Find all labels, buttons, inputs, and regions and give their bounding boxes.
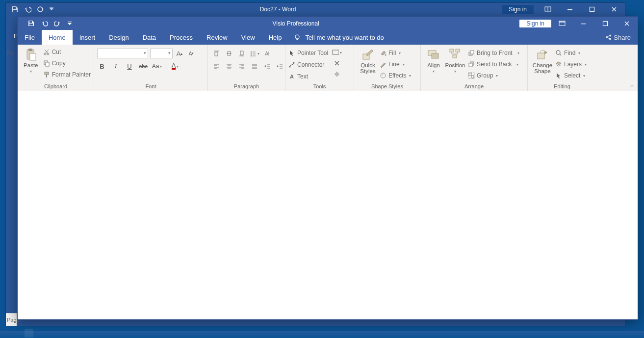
- layers-button[interactable]: Layers: [555, 59, 587, 70]
- align-button[interactable]: Align▾: [424, 47, 443, 74]
- text-a-icon: A: [288, 73, 295, 80]
- group-icon: [468, 72, 475, 79]
- tab-data[interactable]: Data: [136, 30, 163, 45]
- svg-rect-49: [469, 63, 472, 67]
- delete-x-button[interactable]: [332, 58, 342, 68]
- copy-label: Copy: [52, 60, 66, 67]
- save-icon[interactable]: [11, 5, 19, 13]
- text-tool-button[interactable]: AText: [288, 71, 328, 82]
- clipboard-icon: [24, 48, 38, 61]
- drawing-canvas[interactable]: [18, 91, 638, 319]
- customize-qat-icon[interactable]: [67, 20, 72, 27]
- bullets-button[interactable]: [249, 49, 260, 58]
- ribbon: Paste ▾ Cut Copy Format Painter Clipboar…: [18, 45, 638, 91]
- collapse-ribbon-icon[interactable]: ︿: [630, 82, 635, 89]
- align-right-button[interactable]: [236, 61, 247, 71]
- tell-me-search[interactable]: Tell me what you want to do: [293, 33, 384, 41]
- tab-process[interactable]: Process: [163, 30, 200, 45]
- find-button[interactable]: Find: [555, 48, 587, 58]
- svg-rect-45: [453, 55, 457, 58]
- quick-styles-button[interactable]: Quick Styles: [357, 47, 379, 74]
- position-button[interactable]: Position▾: [443, 47, 467, 74]
- justify-button[interactable]: [249, 61, 260, 71]
- tab-design[interactable]: Design: [102, 30, 135, 45]
- line-label: Line: [388, 61, 400, 68]
- share-button[interactable]: Share: [605, 34, 638, 41]
- send-to-back-button[interactable]: Send to Back▾: [468, 59, 519, 70]
- tab-insert[interactable]: Insert: [73, 30, 103, 45]
- taskbar-app-icon[interactable]: [25, 329, 33, 338]
- strikethrough-button[interactable]: abc: [138, 61, 148, 71]
- tell-me-label: Tell me what you want to do: [305, 34, 384, 41]
- svg-rect-0: [13, 7, 16, 9]
- decrease-font-size-button[interactable]: A▾: [186, 49, 196, 58]
- rectangle-tool-button[interactable]: [332, 48, 342, 57]
- change-shape-label: Change Shape: [533, 62, 552, 74]
- align-top-button[interactable]: [211, 49, 222, 58]
- svg-rect-55: [25, 329, 33, 338]
- align-bottom-button[interactable]: [236, 49, 247, 58]
- group-objects-button[interactable]: Group: [468, 70, 519, 81]
- svg-point-39: [381, 73, 386, 78]
- word-sign-in-button[interactable]: Sign in: [502, 5, 534, 14]
- italic-button[interactable]: I: [111, 61, 121, 71]
- pointer-tool-label: Pointer Tool: [297, 50, 328, 56]
- change-shape-button[interactable]: Change Shape: [531, 47, 554, 74]
- ribbon-display-options-icon[interactable]: [551, 17, 573, 30]
- position-icon: [448, 48, 462, 61]
- tab-home[interactable]: Home: [42, 30, 73, 45]
- paste-button[interactable]: Paste ▾: [21, 47, 41, 74]
- underline-button[interactable]: U: [125, 61, 134, 71]
- format-painter-button[interactable]: Format Painter: [43, 69, 91, 80]
- save-icon[interactable]: [27, 20, 35, 27]
- bring-to-front-button[interactable]: Bring to Front▾: [468, 48, 519, 58]
- font-size-combo[interactable]: ▾: [150, 49, 173, 58]
- minimize-icon[interactable]: [559, 3, 581, 15]
- increase-indent-button[interactable]: [275, 61, 285, 71]
- send-back-icon: [468, 61, 475, 68]
- tab-help[interactable]: Help: [262, 30, 289, 45]
- tab-review[interactable]: Review: [200, 30, 234, 45]
- customize-qat-icon[interactable]: [49, 5, 54, 13]
- close-icon[interactable]: [616, 17, 638, 30]
- group-paragraph: A Paragraph: [208, 45, 285, 91]
- close-icon[interactable]: [603, 3, 625, 15]
- repeat-icon[interactable]: [36, 5, 44, 13]
- font-color-button[interactable]: A: [170, 61, 180, 71]
- effects-button[interactable]: Effects: [380, 70, 411, 81]
- pointer-tool-button[interactable]: Pointer Tool: [288, 48, 328, 58]
- svg-rect-36: [336, 73, 338, 75]
- cut-button[interactable]: Cut: [43, 47, 91, 57]
- group-clipboard-label: Clipboard: [21, 83, 91, 91]
- line-button[interactable]: Line: [380, 59, 411, 70]
- svg-rect-44: [456, 49, 460, 52]
- copy-button[interactable]: Copy: [43, 58, 91, 69]
- maximize-icon[interactable]: [581, 3, 603, 15]
- svg-rect-20: [28, 49, 32, 51]
- increase-font-size-button[interactable]: A▴: [175, 49, 184, 58]
- ribbon-display-options-icon[interactable]: [537, 3, 559, 15]
- align-middle-button[interactable]: [224, 49, 234, 58]
- fill-button[interactable]: Fill: [380, 48, 411, 58]
- undo-icon[interactable]: [24, 5, 31, 13]
- tab-view[interactable]: View: [234, 30, 262, 45]
- text-direction-button[interactable]: A: [262, 49, 273, 58]
- connection-point-button[interactable]: [332, 69, 342, 79]
- fill-label: Fill: [388, 50, 396, 56]
- decrease-indent-button[interactable]: [262, 61, 273, 71]
- bold-button[interactable]: B: [97, 61, 107, 71]
- tab-file[interactable]: File: [18, 30, 42, 45]
- font-name-combo[interactable]: ▾: [97, 49, 148, 58]
- minimize-icon[interactable]: [573, 17, 594, 30]
- svg-rect-7: [29, 21, 32, 23]
- redo-icon[interactable]: [54, 20, 61, 27]
- maximize-icon[interactable]: [594, 17, 616, 30]
- visio-sign-in-button[interactable]: Sign in: [519, 20, 551, 27]
- undo-icon[interactable]: [41, 20, 48, 27]
- svg-rect-50: [469, 73, 471, 76]
- change-case-button[interactable]: Aa: [152, 61, 162, 71]
- align-left-button[interactable]: [211, 61, 222, 71]
- connector-button[interactable]: Connector: [288, 59, 328, 70]
- select-button[interactable]: Select: [555, 70, 587, 81]
- align-center-button[interactable]: [224, 61, 234, 71]
